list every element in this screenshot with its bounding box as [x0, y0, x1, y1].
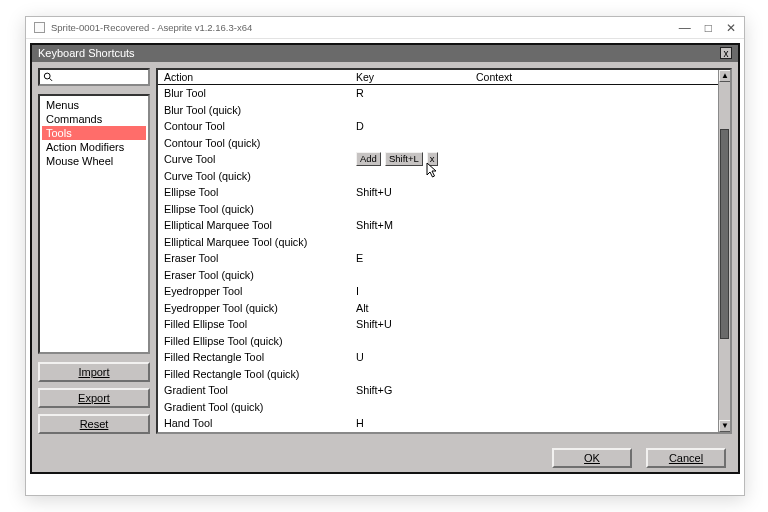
action-label: Ellipse Tool: [164, 186, 356, 198]
ok-button[interactable]: OK: [552, 448, 632, 468]
key-label: Shift+U: [356, 186, 476, 198]
table-row[interactable]: Hand Tool (quick)Space: [158, 432, 730, 433]
category-item[interactable]: Action Modifiers: [42, 140, 146, 154]
action-label: Curve Tool (quick): [164, 170, 356, 182]
scroll-up-button[interactable]: ▲: [719, 70, 731, 82]
search-input-wrapper[interactable]: [38, 68, 150, 86]
titlebar: Sprite-0001-Recovered - Aseprite v1.2.16…: [26, 17, 744, 39]
table-row[interactable]: Filled Ellipse ToolShift+U: [158, 316, 730, 333]
import-button[interactable]: Import: [38, 362, 150, 382]
scroll-thumb[interactable]: [720, 129, 729, 339]
col-header-key: Key: [356, 71, 476, 83]
table-row[interactable]: Eraser Tool (quick): [158, 267, 730, 284]
search-icon: [43, 71, 53, 83]
maximize-button[interactable]: □: [705, 21, 712, 35]
app-window: Sprite-0001-Recovered - Aseprite v1.2.16…: [25, 16, 745, 496]
table-row[interactable]: Contour Tool (quick): [158, 135, 730, 152]
table-row[interactable]: Blur ToolR: [158, 85, 730, 102]
action-label: Hand Tool: [164, 417, 356, 429]
table-row[interactable]: Blur Tool (quick): [158, 102, 730, 119]
table-row[interactable]: Gradient ToolShift+G: [158, 382, 730, 399]
action-label: Elliptical Marquee Tool: [164, 219, 356, 231]
shortcut-table: Action Key Context Blur ToolRBlur Tool (…: [156, 68, 732, 434]
category-item[interactable]: Menus: [42, 98, 146, 112]
action-label: Gradient Tool (quick): [164, 401, 356, 413]
table-row[interactable]: Elliptical Marquee Tool (quick): [158, 234, 730, 251]
action-label: Blur Tool (quick): [164, 104, 356, 116]
key-label: Alt: [356, 302, 476, 314]
reset-button[interactable]: Reset: [38, 414, 150, 434]
table-row[interactable]: Contour ToolD: [158, 118, 730, 135]
category-item[interactable]: Tools: [42, 126, 146, 140]
action-label: Filled Rectangle Tool: [164, 351, 356, 363]
category-item[interactable]: Mouse Wheel: [42, 154, 146, 168]
col-header-action: Action: [158, 71, 356, 83]
app-icon: [34, 22, 45, 33]
action-label: Elliptical Marquee Tool (quick): [164, 236, 356, 248]
action-label: Blur Tool: [164, 87, 356, 99]
col-header-context: Context: [476, 71, 730, 83]
action-label: Ellipse Tool (quick): [164, 203, 356, 215]
cancel-button[interactable]: Cancel: [646, 448, 726, 468]
table-row[interactable]: Eyedropper Tool (quick)Alt: [158, 300, 730, 317]
action-label: Eyedropper Tool: [164, 285, 356, 297]
dialog-titlebar: Keyboard Shortcuts x: [32, 45, 738, 62]
export-button[interactable]: Export: [38, 388, 150, 408]
svg-line-1: [49, 78, 52, 81]
table-row[interactable]: Gradient Tool (quick): [158, 399, 730, 416]
svg-point-0: [44, 73, 50, 79]
table-row[interactable]: Curve ToolAddShift+Lx: [158, 151, 730, 168]
table-header: Action Key Context: [158, 70, 730, 85]
action-label: Filled Ellipse Tool: [164, 318, 356, 330]
close-window-button[interactable]: ✕: [726, 21, 736, 35]
table-row[interactable]: Filled Ellipse Tool (quick): [158, 333, 730, 350]
key-label: H: [356, 417, 476, 429]
table-row[interactable]: Ellipse ToolShift+U: [158, 184, 730, 201]
action-label: Contour Tool: [164, 120, 356, 132]
table-row[interactable]: Eraser ToolE: [158, 250, 730, 267]
window-title: Sprite-0001-Recovered - Aseprite v1.2.16…: [51, 22, 252, 33]
key-label: E: [356, 252, 476, 264]
scroll-track[interactable]: [719, 82, 730, 420]
key-field[interactable]: Shift+L: [385, 152, 423, 166]
minimize-button[interactable]: —: [679, 21, 691, 35]
dialog-title: Keyboard Shortcuts: [38, 47, 135, 59]
vertical-scrollbar[interactable]: ▲ ▼: [718, 70, 730, 432]
keyboard-shortcuts-dialog: Keyboard Shortcuts x MenusCommandsToolsA…: [30, 43, 740, 474]
action-label: Contour Tool (quick): [164, 137, 356, 149]
table-row[interactable]: Curve Tool (quick): [158, 168, 730, 185]
table-row[interactable]: Filled Rectangle Tool (quick): [158, 366, 730, 383]
scroll-down-button[interactable]: ▼: [719, 420, 731, 432]
add-key-button[interactable]: Add: [356, 152, 381, 166]
key-label: U: [356, 351, 476, 363]
search-input[interactable]: [56, 70, 145, 84]
action-label: Eyedropper Tool (quick): [164, 302, 356, 314]
key-label: Shift+M: [356, 219, 476, 231]
key-label: Shift+G: [356, 384, 476, 396]
action-label: Curve Tool: [164, 153, 356, 165]
action-label: Eraser Tool: [164, 252, 356, 264]
action-label: Filled Ellipse Tool (quick): [164, 335, 356, 347]
table-row[interactable]: Eyedropper ToolI: [158, 283, 730, 300]
table-row[interactable]: Hand ToolH: [158, 415, 730, 432]
key-label: Shift+U: [356, 318, 476, 330]
action-label: Filled Rectangle Tool (quick): [164, 368, 356, 380]
dialog-close-button[interactable]: x: [720, 47, 732, 59]
table-row[interactable]: Elliptical Marquee ToolShift+M: [158, 217, 730, 234]
table-row[interactable]: Filled Rectangle ToolU: [158, 349, 730, 366]
key-label: D: [356, 120, 476, 132]
action-label: Gradient Tool: [164, 384, 356, 396]
clear-key-button[interactable]: x: [427, 152, 438, 166]
action-label: Eraser Tool (quick): [164, 269, 356, 281]
table-row[interactable]: Ellipse Tool (quick): [158, 201, 730, 218]
category-list: MenusCommandsToolsAction ModifiersMouse …: [38, 94, 150, 354]
key-label: I: [356, 285, 476, 297]
category-item[interactable]: Commands: [42, 112, 146, 126]
key-label: R: [356, 87, 476, 99]
